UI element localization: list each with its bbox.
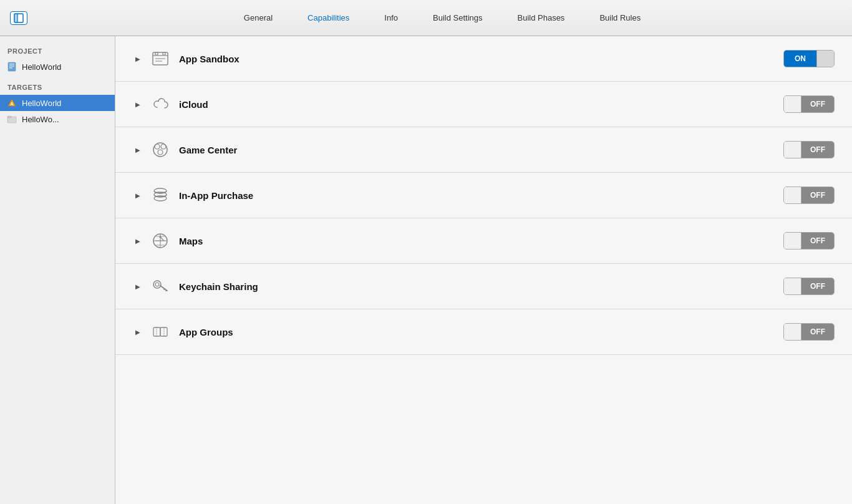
svg-point-17 <box>158 150 163 155</box>
toggle-game-center[interactable]: OFF <box>783 141 835 158</box>
sidebar-item-target-1[interactable]: HelloWo... <box>0 111 115 127</box>
capability-name-maps: Maps <box>179 236 783 246</box>
toggle-off-label-ag: OFF <box>801 324 834 340</box>
capability-row-app-groups: ▶ App Groups OFF <box>115 309 852 355</box>
svg-rect-32 <box>160 327 167 336</box>
targets-section-label: TARGETS <box>0 81 115 95</box>
tab-general[interactable]: General <box>226 9 290 26</box>
toggle-off-thumb-gc <box>784 142 801 158</box>
toolbar: General Capabilities Info Build Settings… <box>0 0 852 36</box>
in-app-purchase-icon <box>149 184 172 206</box>
svg-rect-13 <box>163 52 165 55</box>
capability-row-app-sandbox: ▶ App Sandbox ON <box>115 36 852 82</box>
toggle-off-label-maps: OFF <box>801 233 834 249</box>
capability-name-icloud: iCloud <box>179 99 783 110</box>
folder-icon <box>6 114 17 125</box>
game-center-icon <box>149 138 172 161</box>
svg-rect-10 <box>7 116 11 118</box>
capability-name-in-app-purchase: In-App Purchase <box>179 190 783 201</box>
expand-game-center[interactable]: ▶ <box>133 145 143 155</box>
capability-row-game-center: ▶ Game Center OFF <box>115 127 852 173</box>
toggle-maps[interactable]: OFF <box>783 232 835 250</box>
svg-rect-6 <box>9 67 12 69</box>
expand-app-sandbox[interactable]: ▶ <box>133 54 143 64</box>
expand-keychain-sharing[interactable]: ▶ <box>133 281 143 291</box>
svg-point-16 <box>161 144 166 149</box>
toggle-in-app-purchase[interactable]: OFF <box>783 187 835 204</box>
expand-maps[interactable]: ▶ <box>133 236 143 246</box>
svg-text:A: A <box>10 102 13 106</box>
tab-build-phases[interactable]: Build Phases <box>500 9 582 26</box>
toggle-on-thumb <box>816 51 834 67</box>
svg-rect-4 <box>9 64 14 65</box>
svg-point-27 <box>155 283 159 286</box>
toggle-off-thumb-maps <box>784 233 801 249</box>
capability-row-icloud: ▶ iCloud OFF <box>115 82 852 127</box>
tab-info[interactable]: Info <box>367 9 415 26</box>
target-icon: A <box>6 97 17 109</box>
capability-row-in-app-purchase: ▶ In-App Purchase OFF <box>115 173 852 218</box>
tab-build-rules[interactable]: Build Rules <box>582 9 658 26</box>
project-section-label: PROJECT <box>0 45 115 59</box>
capability-name-game-center: Game Center <box>179 145 783 155</box>
capability-name-app-sandbox: App Sandbox <box>179 54 783 64</box>
toggle-off-thumb-iap <box>784 187 801 203</box>
sidebar-item-target-0[interactable]: A HelloWorld <box>0 95 115 111</box>
svg-point-15 <box>155 144 160 149</box>
nav-tabs: General Capabilities Info Build Settings… <box>42 9 842 26</box>
icloud-icon <box>149 93 172 115</box>
toggle-icloud[interactable]: OFF <box>783 95 835 113</box>
toggle-on-label: ON <box>784 51 816 67</box>
toggle-keychain-sharing[interactable]: OFF <box>783 278 835 295</box>
target-name-1: HelloWo... <box>22 115 59 124</box>
main-content: PROJECT HelloWorld TARGETS A HelloWorld … <box>0 36 852 504</box>
toggle-off-thumb <box>784 96 801 112</box>
expand-icloud[interactable]: ▶ <box>133 99 143 109</box>
sidebar-item-project[interactable]: HelloWorld <box>0 59 115 75</box>
maps-icon <box>149 230 172 252</box>
capability-name-app-groups: App Groups <box>179 327 783 337</box>
toggle-off-label-gc: OFF <box>801 142 834 158</box>
toggle-app-sandbox[interactable]: ON <box>783 50 835 67</box>
toggle-off-label-text: OFF <box>801 96 834 112</box>
tab-capabilities[interactable]: Capabilities <box>290 9 367 26</box>
capabilities-content: ▶ App Sandbox ON ▶ <box>115 36 852 504</box>
svg-rect-31 <box>153 327 160 336</box>
toggle-off-thumb-ag <box>784 324 801 340</box>
svg-point-26 <box>153 281 161 288</box>
sidebar-toggle-button[interactable] <box>10 11 27 25</box>
sidebar: PROJECT HelloWorld TARGETS A HelloWorld … <box>0 36 115 504</box>
capability-row-keychain-sharing: ▶ Keychain Sharing OFF <box>115 264 852 309</box>
expand-app-groups[interactable]: ▶ <box>133 327 143 337</box>
capability-name-keychain-sharing: Keychain Sharing <box>179 281 783 292</box>
sandbox-icon <box>149 47 172 70</box>
svg-rect-12 <box>155 52 158 55</box>
expand-in-app-purchase[interactable]: ▶ <box>133 190 143 200</box>
capability-row-maps: ▶ Maps OFF <box>115 218 852 264</box>
toggle-off-label-iap: OFF <box>801 187 834 203</box>
toggle-app-groups[interactable]: OFF <box>783 323 835 341</box>
app-groups-icon <box>149 321 172 343</box>
project-name: HelloWorld <box>22 62 61 72</box>
target-name-0: HelloWorld <box>22 99 61 108</box>
keychain-icon <box>149 275 172 298</box>
svg-rect-5 <box>9 65 14 67</box>
tab-build-settings[interactable]: Build Settings <box>415 9 500 26</box>
toggle-off-label-ks: OFF <box>801 278 834 294</box>
toggle-off-thumb-ks <box>784 278 801 294</box>
project-icon <box>6 61 17 72</box>
